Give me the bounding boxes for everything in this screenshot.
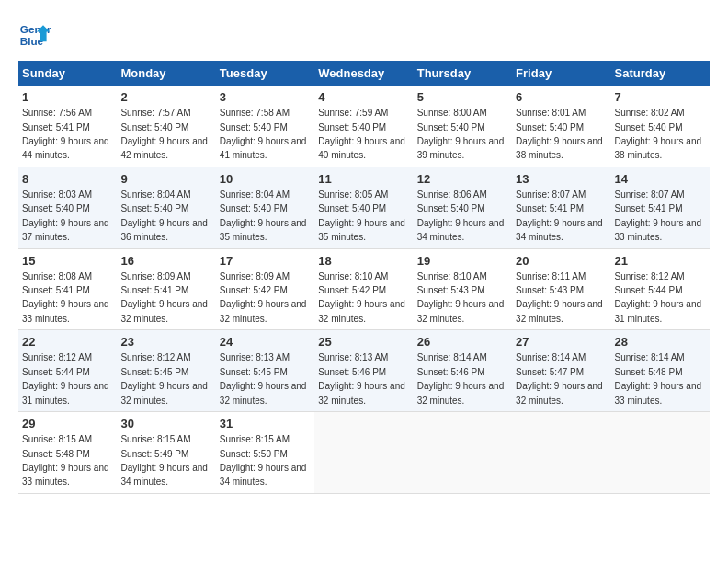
header-row: Sunday Monday Tuesday Wednesday Thursday…: [18, 61, 710, 86]
table-row: 16 Sunrise: 8:09 AMSunset: 5:41 PMDaylig…: [117, 248, 215, 330]
table-row: 3 Sunrise: 7:58 AMSunset: 5:40 PMDayligh…: [216, 86, 314, 167]
col-tuesday: Tuesday: [216, 61, 314, 86]
table-row: 6 Sunrise: 8:01 AMSunset: 5:40 PMDayligh…: [512, 86, 610, 167]
table-row: 7 Sunrise: 8:02 AMSunset: 5:40 PMDayligh…: [611, 86, 710, 167]
col-sunday: Sunday: [18, 61, 117, 86]
calendar-table: Sunday Monday Tuesday Wednesday Thursday…: [18, 61, 710, 494]
calendar-week: 22 Sunrise: 8:12 AMSunset: 5:44 PMDaylig…: [18, 330, 710, 412]
empty-cell: [414, 412, 512, 494]
table-row: 10 Sunrise: 8:04 AMSunset: 5:40 PMDaylig…: [216, 167, 314, 248]
table-row: 17 Sunrise: 8:09 AMSunset: 5:42 PMDaylig…: [216, 248, 314, 330]
table-row: 29 Sunrise: 8:15 AMSunset: 5:48 PMDaylig…: [18, 412, 117, 494]
table-row: 20 Sunrise: 8:11 AMSunset: 5:43 PMDaylig…: [512, 248, 610, 330]
empty-cell: [314, 412, 413, 494]
table-row: 26 Sunrise: 8:14 AMSunset: 5:46 PMDaylig…: [414, 330, 512, 412]
page-header: General Blue: [18, 18, 710, 52]
table-row: 13 Sunrise: 8:07 AMSunset: 5:41 PMDaylig…: [512, 167, 610, 248]
col-saturday: Saturday: [611, 61, 710, 86]
col-friday: Friday: [512, 61, 610, 86]
table-row: 23 Sunrise: 8:12 AMSunset: 5:45 PMDaylig…: [117, 330, 215, 412]
calendar-week: 29 Sunrise: 8:15 AMSunset: 5:48 PMDaylig…: [18, 412, 710, 494]
table-row: 5 Sunrise: 8:00 AMSunset: 5:40 PMDayligh…: [414, 86, 512, 167]
calendar-week: 15 Sunrise: 8:08 AMSunset: 5:41 PMDaylig…: [18, 248, 710, 330]
col-thursday: Thursday: [414, 61, 512, 86]
empty-cell: [611, 412, 710, 494]
logo-icon: General Blue: [18, 18, 51, 52]
table-row: 21 Sunrise: 8:12 AMSunset: 5:44 PMDaylig…: [611, 248, 710, 330]
table-row: 9 Sunrise: 8:04 AMSunset: 5:40 PMDayligh…: [117, 167, 215, 248]
table-row: 31 Sunrise: 8:15 AMSunset: 5:50 PMDaylig…: [216, 412, 314, 494]
logo: General Blue: [18, 18, 55, 52]
calendar-week: 1 Sunrise: 7:56 AMSunset: 5:41 PMDayligh…: [18, 86, 710, 167]
table-row: 19 Sunrise: 8:10 AMSunset: 5:43 PMDaylig…: [414, 248, 512, 330]
table-row: 11 Sunrise: 8:05 AMSunset: 5:40 PMDaylig…: [314, 167, 413, 248]
table-row: 12 Sunrise: 8:06 AMSunset: 5:40 PMDaylig…: [414, 167, 512, 248]
calendar-body: 1 Sunrise: 7:56 AMSunset: 5:41 PMDayligh…: [18, 86, 710, 493]
table-row: 24 Sunrise: 8:13 AMSunset: 5:45 PMDaylig…: [216, 330, 314, 412]
table-row: 14 Sunrise: 8:07 AMSunset: 5:41 PMDaylig…: [611, 167, 710, 248]
table-row: 30 Sunrise: 8:15 AMSunset: 5:49 PMDaylig…: [117, 412, 215, 494]
table-row: 27 Sunrise: 8:14 AMSunset: 5:47 PMDaylig…: [512, 330, 610, 412]
table-row: 4 Sunrise: 7:59 AMSunset: 5:40 PMDayligh…: [314, 86, 413, 167]
empty-cell: [512, 412, 610, 494]
table-row: 1 Sunrise: 7:56 AMSunset: 5:41 PMDayligh…: [18, 86, 117, 167]
table-row: 2 Sunrise: 7:57 AMSunset: 5:40 PMDayligh…: [117, 86, 215, 167]
table-row: 8 Sunrise: 8:03 AMSunset: 5:40 PMDayligh…: [18, 167, 117, 248]
table-row: 18 Sunrise: 8:10 AMSunset: 5:42 PMDaylig…: [314, 248, 413, 330]
table-row: 22 Sunrise: 8:12 AMSunset: 5:44 PMDaylig…: [18, 330, 117, 412]
table-row: 15 Sunrise: 8:08 AMSunset: 5:41 PMDaylig…: [18, 248, 117, 330]
table-row: 25 Sunrise: 8:13 AMSunset: 5:46 PMDaylig…: [314, 330, 413, 412]
table-row: 28 Sunrise: 8:14 AMSunset: 5:48 PMDaylig…: [611, 330, 710, 412]
col-monday: Monday: [117, 61, 215, 86]
col-wednesday: Wednesday: [314, 61, 413, 86]
calendar-week: 8 Sunrise: 8:03 AMSunset: 5:40 PMDayligh…: [18, 167, 710, 248]
